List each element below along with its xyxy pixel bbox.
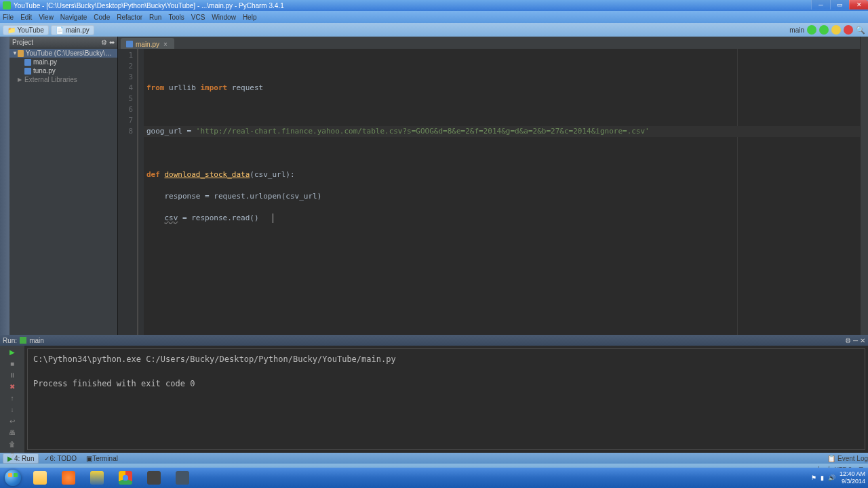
- editor-area: main.py × 1 2 3 4 5 6 7 8 from urllib im…: [118, 37, 860, 335]
- debug-button[interactable]: [819, 25, 829, 35]
- tab-main-py[interactable]: main.py ×: [121, 38, 174, 49]
- print-button[interactable]: 🖶: [7, 429, 18, 436]
- code-content[interactable]: from urllib import request goog_url = 'h…: [144, 49, 860, 335]
- console-output[interactable]: C:\Python34\python.exe C:/Users/Bucky/De…: [27, 348, 865, 450]
- tree-root[interactable]: ▼ YouTube (C:\Users\Bucky\Deskto...: [9, 49, 117, 58]
- taskbar-media[interactable]: [55, 469, 82, 487]
- windows-taskbar: ⚑ ▮ 🔊 12:40 AM 9/3/2014: [0, 468, 868, 488]
- line-numbers: 1 2 3 4 5 6 7 8: [118, 49, 138, 335]
- menu-navigate[interactable]: Navigate: [60, 14, 87, 21]
- tray-flag-icon[interactable]: ⚑: [811, 474, 816, 481]
- run-button[interactable]: [807, 25, 816, 35]
- run-panel-header[interactable]: Run: main ⚙ ─ ✕: [0, 335, 868, 346]
- run-config-selector[interactable]: main: [789, 26, 804, 34]
- code-editor[interactable]: 1 2 3 4 5 6 7 8 from urllib import reque…: [118, 49, 860, 335]
- tree-file-main[interactable]: main.py: [9, 58, 117, 66]
- project-panel: Project ⚙ ⬌ ▼ YouTube (C:\Users\Bucky\De…: [9, 37, 118, 335]
- menu-vcs[interactable]: VCS: [191, 14, 205, 21]
- navigation-toolbar: 📁 YouTube 📄 main.py main 🔍: [0, 23, 868, 37]
- menu-run[interactable]: Run: [149, 14, 161, 21]
- start-button[interactable]: [0, 468, 26, 488]
- run-config-icon: [20, 337, 26, 344]
- editor-tabs: main.py ×: [118, 37, 860, 49]
- stop-process-button[interactable]: ■: [7, 360, 18, 367]
- tree-external-libraries[interactable]: ▶External Libraries: [9, 75, 117, 84]
- soft-wrap-button[interactable]: ↩: [7, 418, 18, 425]
- rerun-button[interactable]: ▶: [7, 348, 18, 356]
- bottom-tool-buttons: ▶4: Run ✓ 6: TODO ▣ Terminal 📋 Event Log: [0, 453, 868, 464]
- system-tray[interactable]: ⚑ ▮ 🔊 12:40 AM 9/3/2014: [811, 470, 868, 485]
- up-button[interactable]: ↑: [7, 394, 18, 402]
- close-button[interactable]: ✕: [849, 0, 868, 9]
- tool-run[interactable]: ▶4: Run: [3, 453, 39, 464]
- pause-button[interactable]: ⏸: [7, 371, 18, 379]
- menu-window[interactable]: Window: [212, 14, 236, 21]
- python-file-icon: [126, 41, 133, 47]
- tool-todo[interactable]: ✓ 6: TODO: [40, 454, 81, 463]
- editor-marker-bar[interactable]: [860, 37, 868, 335]
- run-toolbar: ▶ ■ ⏸ ✖ ↑ ↓ ↩ 🖶 🗑 ?: [0, 346, 24, 453]
- tool-terminal[interactable]: ▣ Terminal: [82, 454, 122, 463]
- menu-tools[interactable]: Tools: [168, 14, 184, 21]
- tree-file-tuna[interactable]: tuna.py: [9, 66, 117, 75]
- minimize-button[interactable]: ─: [811, 0, 830, 9]
- taskbar-pycharm[interactable]: [83, 469, 111, 487]
- run-tool-window: ▶ ■ ⏸ ✖ ↑ ↓ ↩ 🖶 🗑 ? C:\Python34\python.e…: [0, 346, 868, 453]
- window-titlebar: YouTube - [C:\Users\Bucky\Desktop\Python…: [0, 0, 868, 11]
- breadcrumb-file[interactable]: 📄 main.py: [51, 25, 94, 35]
- tray-volume-icon[interactable]: 🔊: [828, 474, 835, 481]
- taskbar-explorer[interactable]: [26, 469, 54, 487]
- event-log[interactable]: 📋 Event Log: [827, 455, 868, 462]
- breadcrumb: 📁 YouTube 📄 main.py: [3, 25, 96, 35]
- menu-view[interactable]: View: [39, 14, 54, 21]
- coverage-button[interactable]: [831, 25, 841, 35]
- menu-file[interactable]: File: [3, 14, 14, 21]
- menu-code[interactable]: Code: [94, 14, 110, 21]
- window-title: YouTube - [C:\Users\Bucky\Desktop\Python…: [14, 2, 284, 9]
- close-button[interactable]: ✖: [7, 383, 18, 390]
- maximize-button[interactable]: ▭: [830, 0, 849, 9]
- tab-close-icon[interactable]: ×: [163, 41, 167, 48]
- menu-bar: File Edit View Navigate Code Refactor Ru…: [0, 11, 868, 23]
- stop-button[interactable]: [844, 25, 853, 35]
- tool-window-bar-left[interactable]: [0, 37, 9, 335]
- tray-network-icon[interactable]: ▮: [821, 474, 824, 481]
- taskbar-app2[interactable]: [169, 469, 196, 487]
- project-panel-header[interactable]: Project ⚙ ⬌: [9, 37, 117, 47]
- tray-clock[interactable]: 12:40 AM 9/3/2014: [840, 470, 865, 485]
- taskbar-chrome[interactable]: [112, 469, 139, 487]
- project-tree: ▼ YouTube (C:\Users\Bucky\Deskto... main…: [9, 47, 117, 85]
- menu-edit[interactable]: Edit: [20, 14, 32, 21]
- down-button[interactable]: ↓: [7, 406, 18, 413]
- clear-button[interactable]: 🗑: [7, 441, 18, 448]
- taskbar-app1[interactable]: [140, 469, 167, 487]
- app-icon: [3, 1, 11, 9]
- menu-help[interactable]: Help: [243, 14, 257, 21]
- breadcrumb-project[interactable]: 📁 YouTube: [3, 25, 49, 35]
- menu-refactor[interactable]: Refactor: [117, 14, 142, 21]
